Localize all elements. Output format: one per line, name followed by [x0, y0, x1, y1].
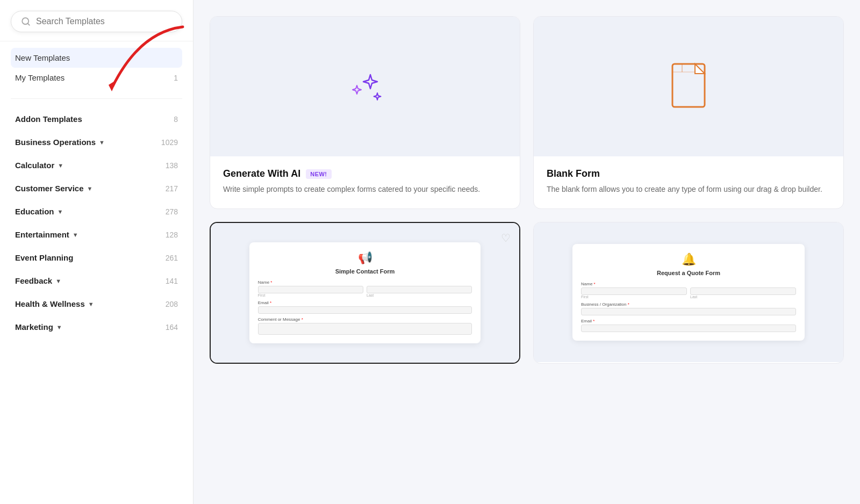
search-box[interactable] — [11, 11, 182, 32]
health-wellness-count: 208 — [166, 300, 178, 308]
sidebar: New Templates My Templates 1 Addon Templ… — [0, 0, 194, 504]
calculator-label: Calculator — [15, 161, 54, 170]
chevron-down-icon: ▼ — [73, 232, 78, 238]
card-ai-title: Generate With AI NEW! — [223, 168, 507, 179]
chevron-down-icon: ▼ — [99, 139, 105, 146]
marketing-count: 164 — [166, 323, 178, 332]
sidebar-item-marketing[interactable]: Marketing ▼ 164 — [11, 315, 182, 339]
card-blank-form[interactable]: Blank Form The blank form allows you to … — [533, 16, 844, 209]
event-planning-count: 261 — [166, 254, 178, 262]
health-wellness-label: Health & Wellness — [15, 299, 85, 308]
mini-form-quote: 🔔 Request a Quote Form Name * First Last — [572, 244, 805, 341]
business-operations-label: Business Operations — [15, 138, 96, 147]
chevron-down-icon: ▼ — [87, 185, 93, 192]
sidebar-item-calculator[interactable]: Calculator ▼ 138 — [11, 154, 182, 177]
chevron-down-icon: ▼ — [58, 208, 63, 215]
my-templates-count: 1 — [174, 74, 178, 82]
customer-service-count: 217 — [166, 184, 178, 193]
education-count: 278 — [166, 207, 178, 216]
card-simple-contact[interactable]: ♡ 📢 Simple Contact Form Name * First Las… — [210, 222, 520, 364]
event-planning-label: Event Planning — [15, 253, 73, 262]
sidebar-item-customer-service[interactable]: Customer Service ▼ 217 — [11, 177, 182, 200]
main-content: Generate With AI NEW! Write simple promp… — [194, 0, 860, 504]
feedback-count: 141 — [166, 277, 178, 285]
sidebar-categories: Addon Templates 8 Business Operations ▼ … — [0, 103, 193, 343]
sidebar-top-links: New Templates My Templates 1 — [0, 41, 193, 94]
sidebar-item-my-templates[interactable]: My Templates 1 — [11, 68, 182, 88]
quote-form-icon: 🔔 — [581, 253, 796, 267]
new-templates-label: New Templates — [15, 53, 70, 62]
contact-form-title: Simple Contact Form — [258, 268, 472, 275]
card-quote-preview: 🔔 Request a Quote Form Name * First Last — [534, 222, 843, 362]
blank-form-icon — [667, 61, 710, 112]
search-icon — [21, 17, 31, 26]
chevron-down-icon: ▼ — [56, 324, 62, 330]
chevron-down-icon: ▼ — [58, 162, 63, 169]
svg-line-1 — [27, 23, 29, 25]
customer-service-label: Customer Service — [15, 184, 84, 193]
card-ai-description: Write simple prompts to create complex f… — [223, 184, 507, 196]
chevron-down-icon: ▼ — [55, 278, 61, 284]
sidebar-item-business-operations[interactable]: Business Operations ▼ 1029 — [11, 131, 182, 154]
entertainment-count: 128 — [166, 231, 178, 239]
card-blank-title: Blank Form — [547, 168, 830, 179]
card-ai-generate[interactable]: Generate With AI NEW! Write simple promp… — [210, 16, 520, 209]
ai-sparkle-icon — [341, 65, 389, 108]
sidebar-item-feedback[interactable]: Feedback ▼ 141 — [11, 269, 182, 292]
addon-templates-label: Addon Templates — [15, 114, 82, 124]
mini-form-contact: 📢 Simple Contact Form Name * First Last — [249, 242, 481, 343]
feedback-label: Feedback — [15, 276, 52, 285]
card-blank-body: Blank Form The blank form allows you to … — [534, 156, 843, 208]
marketing-label: Marketing — [15, 322, 53, 332]
addon-templates-count: 8 — [174, 115, 178, 124]
calculator-count: 138 — [166, 161, 178, 170]
new-badge: NEW! — [306, 169, 331, 179]
entertainment-label: Entertainment — [15, 230, 69, 239]
quote-form-title: Request a Quote Form — [581, 270, 796, 276]
education-label: Education — [15, 207, 54, 216]
sidebar-item-event-planning[interactable]: Event Planning 261 — [11, 246, 182, 269]
my-templates-label: My Templates — [15, 73, 64, 82]
sidebar-item-new-templates[interactable]: New Templates — [11, 48, 182, 68]
card-ai-body: Generate With AI NEW! Write simple promp… — [210, 156, 520, 208]
heart-icon[interactable]: ♡ — [501, 232, 511, 244]
contact-form-icon: 📢 — [258, 251, 472, 265]
card-blank-preview — [534, 17, 843, 156]
business-operations-count: 1029 — [161, 138, 178, 147]
card-ai-preview — [210, 17, 520, 156]
card-blank-description: The blank form allows you to create any … — [547, 184, 830, 196]
search-input[interactable] — [36, 17, 172, 26]
sidebar-item-entertainment[interactable]: Entertainment ▼ 128 — [11, 223, 182, 246]
card-request-quote[interactable]: 🔔 Request a Quote Form Name * First Last — [533, 222, 844, 364]
sidebar-divider — [11, 98, 182, 99]
sidebar-item-addon-templates[interactable]: Addon Templates 8 — [11, 107, 182, 131]
card-contact-preview: ♡ 📢 Simple Contact Form Name * First Las… — [211, 223, 519, 363]
chevron-down-icon: ▼ — [88, 301, 94, 307]
sidebar-item-education[interactable]: Education ▼ 278 — [11, 200, 182, 223]
search-container — [0, 0, 193, 41]
sidebar-item-health-wellness[interactable]: Health & Wellness ▼ 208 — [11, 292, 182, 315]
